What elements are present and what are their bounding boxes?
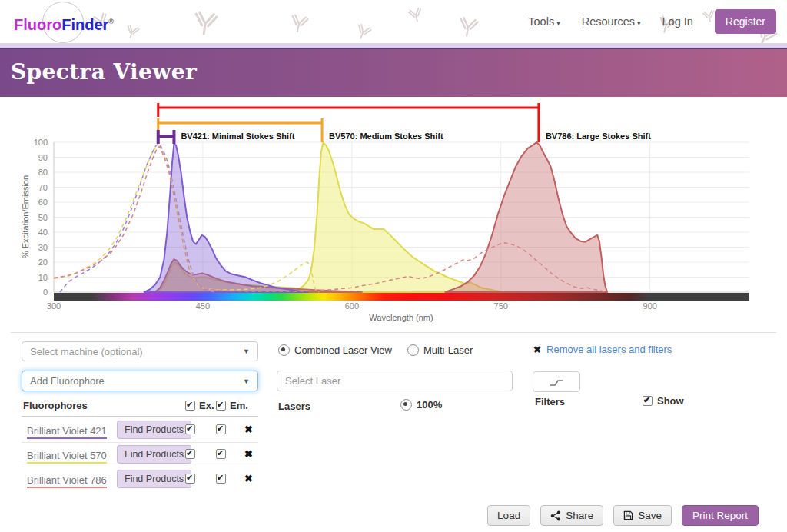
- radio-icon[interactable]: [407, 344, 419, 356]
- filters-label: Filters: [535, 396, 565, 407]
- filter-shape-button[interactable]: [533, 371, 580, 392]
- table-row: Brilliant Violet 786 Find Products ✖: [23, 470, 258, 491]
- em-column-header: Em.: [216, 400, 248, 411]
- chevron-down-icon: ▼: [243, 347, 250, 355]
- table-divider: [22, 467, 258, 467]
- ex-checkbox[interactable]: [185, 449, 195, 459]
- radio-icon[interactable]: [400, 399, 412, 411]
- antibody-icon: [458, 18, 477, 37]
- register-button[interactable]: Register: [715, 9, 776, 34]
- print-report-button[interactable]: Print Report: [682, 505, 759, 526]
- x-tick-label: 750: [494, 301, 508, 311]
- find-products-button[interactable]: Find Products: [117, 421, 191, 439]
- load-button[interactable]: Load: [487, 505, 530, 526]
- checkbox-icon[interactable]: [643, 396, 653, 406]
- table-row: Brilliant Violet 570 Find Products ✖: [23, 445, 258, 467]
- share-icon: [550, 510, 561, 521]
- top-nav: Tools▾ Resources▾ Log In Register: [528, 0, 776, 43]
- y-tick-label: 0: [43, 288, 48, 297]
- bracket-label: BV786: Large Stokes Shift: [546, 131, 651, 141]
- add-fluorophore-placeholder: Add Fluorophore: [30, 375, 105, 387]
- y-tick-label: 10: [38, 273, 48, 282]
- close-icon: ✖: [533, 344, 541, 355]
- y-tick-label: 70: [38, 183, 48, 192]
- laser-select-input[interactable]: Select Laser: [277, 371, 513, 391]
- nav-item-login[interactable]: Log In: [662, 15, 693, 28]
- em-checkbox[interactable]: [216, 424, 226, 434]
- longpass-filter-icon: [548, 375, 565, 389]
- y-tick-label: 90: [38, 153, 48, 162]
- em-checkbox[interactable]: [216, 474, 226, 484]
- show-filters-checkbox[interactable]: Show: [643, 395, 684, 407]
- nav-item-tools[interactable]: Tools▾: [528, 15, 560, 28]
- laser-select-placeholder: Select Laser: [285, 375, 340, 387]
- logo-part-finder: Finder: [61, 16, 108, 33]
- checkbox-icon[interactable]: [185, 401, 195, 411]
- table-divider: [22, 416, 258, 417]
- y-tick-label: 40: [38, 228, 48, 237]
- x-tick-label: 300: [47, 301, 61, 311]
- fluorophores-table-header: Fluorophores Ex. Em.: [23, 400, 258, 411]
- lasers-label: Lasers: [278, 401, 310, 412]
- y-tick-label: 20: [38, 258, 48, 267]
- em-checkbox[interactable]: [216, 449, 226, 459]
- machine-select[interactable]: Select machine (optional) ▼: [22, 341, 258, 361]
- save-button[interactable]: Save: [613, 505, 672, 526]
- chevron-down-icon: ▾: [637, 19, 641, 27]
- ex-checkbox[interactable]: [185, 474, 195, 484]
- bracket-label: BV421: Minimal Stokes Shift: [181, 131, 294, 141]
- table-row: Brilliant Violet 421 Find Products ✖: [23, 421, 258, 442]
- antibody-icon: [290, 15, 308, 33]
- antibody-icon: [354, 24, 371, 41]
- ex-column-header: Ex.: [185, 400, 214, 411]
- logo[interactable]: FluoroFinder®: [14, 16, 114, 34]
- logo-part-fluoro: Fluoro: [14, 16, 61, 33]
- machine-select-placeholder: Select machine (optional): [30, 346, 143, 357]
- find-products-button[interactable]: Find Products: [117, 445, 191, 464]
- x-tick-label: 600: [345, 301, 359, 311]
- fluorophore-link[interactable]: Brilliant Violet 421: [27, 425, 107, 439]
- y-tick-label: 100: [34, 138, 48, 147]
- x-tick-label: 900: [643, 301, 657, 311]
- page-title: Spectra Viewer: [0, 49, 787, 85]
- nav-item-resources[interactable]: Resources▾: [582, 15, 641, 28]
- top-header: FluoroFinder® Tools▾ Resources▾ Log In R…: [0, 0, 787, 43]
- remove-all-lasers-filters-link[interactable]: ✖ Remove all lasers and filters: [533, 344, 672, 355]
- table-divider: [22, 442, 258, 443]
- y-tick-label: 80: [38, 168, 48, 177]
- antibody-icon: [408, 8, 423, 22]
- checkbox-icon[interactable]: [216, 401, 226, 411]
- wavelength-spectrum-bar: [54, 293, 749, 301]
- page-banner: Spectra Viewer: [0, 48, 787, 97]
- fluorophore-link[interactable]: Brilliant Violet 570: [27, 450, 107, 464]
- fluorophores-column-header: Fluorophores: [23, 400, 88, 411]
- remove-row-icon[interactable]: ✖: [244, 448, 253, 460]
- view-radio-1[interactable]: Multi-Laser: [407, 344, 473, 356]
- view-radio-0[interactable]: Combined Laser View: [278, 344, 392, 356]
- radio-icon[interactable]: [278, 344, 290, 356]
- find-products-button[interactable]: Find Products: [117, 470, 191, 488]
- y-tick-label: 30: [38, 243, 48, 252]
- x-axis-label: Wavelength (nm): [369, 313, 433, 322]
- footer-actions: Load Share Save Print Report: [0, 505, 759, 526]
- laser-power-radio[interactable]: 100%: [400, 399, 442, 411]
- ex-checkbox[interactable]: [185, 424, 195, 434]
- chevron-down-icon: ▾: [556, 19, 560, 27]
- y-tick-label: 50: [38, 213, 48, 222]
- registered-mark: ®: [108, 18, 114, 25]
- x-tick-label: 450: [196, 301, 210, 311]
- spectra-chart: Wavelength (nm) % Excitation/Emission 01…: [0, 98, 787, 323]
- save-icon: [623, 510, 633, 520]
- stokes-bracket: [158, 130, 174, 144]
- antibody-icon: [125, 25, 139, 39]
- laser-view-radios: Combined Laser View Multi-Laser: [278, 344, 473, 356]
- y-tick-label: 60: [38, 198, 48, 207]
- bracket-label: BV570: Medium Stokes Shift: [329, 131, 443, 141]
- y-axis-label: % Excitation/Emission: [21, 175, 30, 258]
- remove-row-icon[interactable]: ✖: [244, 424, 253, 435]
- share-button[interactable]: Share: [540, 505, 603, 526]
- chevron-down-icon: ▼: [243, 377, 250, 385]
- remove-row-icon[interactable]: ✖: [244, 473, 253, 484]
- add-fluorophore-select[interactable]: Add Fluorophore ▼: [22, 371, 258, 391]
- fluorophore-link[interactable]: Brilliant Violet 786: [27, 474, 107, 488]
